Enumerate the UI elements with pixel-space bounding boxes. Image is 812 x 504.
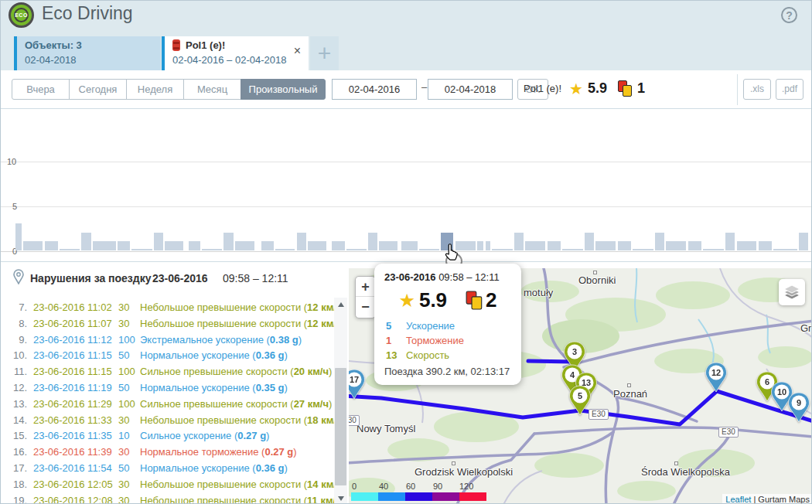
violation-row[interactable]: 17.23-06-2016 11:5450Нормальное ускорени… <box>1 462 333 478</box>
city-dot <box>593 271 597 274</box>
chart-bar[interactable] <box>441 233 453 250</box>
help-icon[interactable]: ? <box>781 7 797 23</box>
violation-row[interactable]: 7.23-06-2016 11:0230Небольшое превышение… <box>1 301 333 318</box>
trip-marker-12[interactable]: 12 <box>705 362 728 393</box>
tab-objects[interactable]: Объекты: 3 02-04-2018 <box>14 36 161 70</box>
period-custom-button[interactable]: Произвольный <box>241 79 326 100</box>
violation-row[interactable]: 19.23-06-2016 12:0830Небольшое превышени… <box>1 495 333 504</box>
speed-scale-segment <box>405 492 432 501</box>
trip-marker-17[interactable]: 17 <box>349 369 366 400</box>
zoom-out-button[interactable]: − <box>356 297 375 317</box>
violation-description: Сильное ускорение (0.27 g) <box>140 430 269 441</box>
violation-row[interactable]: 12.23-06-2016 11:1950Нормальное ускорени… <box>1 382 333 398</box>
trips-chart[interactable]: 0510 <box>1 110 811 262</box>
provider-link[interactable]: Gurtam Maps <box>758 495 810 504</box>
period-yesterday-button[interactable]: Вчера <box>12 79 70 100</box>
chart-bar[interactable] <box>562 249 583 250</box>
chart-bar[interactable] <box>15 223 22 250</box>
period-today-button[interactable]: Сегодня <box>69 79 127 100</box>
chart-bar[interactable] <box>633 249 653 250</box>
chart-bar[interactable] <box>275 249 295 250</box>
chart-bar[interactable] <box>202 249 222 250</box>
chart-bar[interactable] <box>703 249 724 250</box>
svg-text:17: 17 <box>350 375 359 384</box>
violation-description: Небольшое превышение скорости (11 км/ч) <box>140 495 345 504</box>
scroll-down-button[interactable] <box>334 492 347 504</box>
chart-bar[interactable] <box>618 241 631 250</box>
chart-bar[interactable] <box>223 233 234 250</box>
chart-bar[interactable] <box>799 233 808 250</box>
chart-bar[interactable] <box>759 241 772 250</box>
trip-marker-9[interactable]: 9 <box>787 392 810 423</box>
chart-bar[interactable] <box>401 241 418 250</box>
chart-bar[interactable] <box>368 233 377 250</box>
violation-row[interactable]: 15.23-06-2016 11:3510Сильное ускорение (… <box>1 430 333 446</box>
chart-bar[interactable] <box>477 241 483 250</box>
chart-bar[interactable] <box>81 233 91 250</box>
export-pdf-button[interactable]: .pdf <box>776 79 803 100</box>
tab-unit-pol1[interactable]: Pol1 (e)! 02-04-2016 – 02-04-2018 × <box>162 36 309 70</box>
period-month-button[interactable]: Месяц <box>183 79 241 100</box>
popup-time-range: 09:58 – 12:11 <box>438 271 500 283</box>
chart-bar[interactable] <box>725 233 735 250</box>
chart-bar[interactable] <box>131 249 152 250</box>
add-tab-button[interactable]: + <box>310 36 339 70</box>
chart-bar[interactable] <box>23 241 43 250</box>
leaflet-link[interactable]: Leaflet <box>725 495 751 504</box>
layers-control[interactable] <box>779 279 805 305</box>
chart-bar[interactable] <box>514 233 524 250</box>
scrollbar[interactable] <box>334 298 347 504</box>
chart-bar[interactable] <box>419 249 439 250</box>
violation-row[interactable]: 10.23-06-2016 11:1550Нормальное ускорени… <box>1 349 333 366</box>
chart-bar[interactable] <box>297 233 306 250</box>
violation-row[interactable]: 11.23-06-2016 11:15100Сильное превышение… <box>1 366 333 382</box>
chart-bar[interactable] <box>548 241 561 250</box>
chart-bar[interactable] <box>492 249 513 250</box>
violation-description: Небольшое превышение скорости (18 км/ч) <box>140 414 346 426</box>
chart-bar[interactable] <box>525 241 545 250</box>
violation-penalty: 100 <box>118 398 135 410</box>
violation-row[interactable]: 13.23-06-2016 11:29100Сильное превышение… <box>1 398 333 414</box>
chart-bar[interactable] <box>189 241 200 250</box>
chart-bar[interactable] <box>737 241 756 250</box>
chart-bar[interactable] <box>118 241 130 250</box>
chart-bar[interactable] <box>93 241 116 250</box>
chart-bar[interactable] <box>346 249 367 250</box>
rating-value: 5.9 <box>588 80 607 97</box>
chart-bar[interactable] <box>655 233 664 250</box>
car-icon <box>172 39 180 51</box>
export-xls-button[interactable]: .xls <box>743 79 771 100</box>
violation-row[interactable]: 14.23-06-2016 11:3330Небольшое превышени… <box>1 414 333 431</box>
chart-bar[interactable] <box>154 233 163 250</box>
zoom-in-button[interactable]: + <box>356 277 375 297</box>
violation-row[interactable]: 9.23-06-2016 11:12100Экстремальное ускор… <box>1 334 333 350</box>
chart-bar[interactable] <box>165 241 183 250</box>
date-from-input[interactable]: 02-04-2016 <box>332 79 417 100</box>
chart-bar[interactable] <box>666 241 686 250</box>
chart-bar[interactable] <box>45 241 58 250</box>
violation-row[interactable]: 16.23-06-2016 11:3930Нормальное торможен… <box>1 446 333 462</box>
chart-bar[interactable] <box>688 241 701 250</box>
violation-row[interactable]: 8.23-06-2016 11:0730Небольшое превышение… <box>1 318 333 334</box>
chart-bar[interactable] <box>60 249 80 250</box>
scrollbar-thumb[interactable] <box>335 368 346 485</box>
trip-popup: 23-06-2016 09:58 – 12:11 ★ 5.9 2 5Ускоре… <box>374 264 521 385</box>
trip-marker-5[interactable]: 5 <box>568 385 592 416</box>
chart-bar[interactable] <box>308 241 326 250</box>
scroll-up-button[interactable] <box>334 298 347 311</box>
chart-bar[interactable] <box>773 249 797 250</box>
chart-bar[interactable] <box>585 233 594 250</box>
chart-bar[interactable] <box>455 241 476 250</box>
period-week-button[interactable]: Неделя <box>126 79 184 100</box>
chart-bar[interactable] <box>261 241 274 250</box>
map-attribution: Leaflet | Gurtam Maps <box>722 494 812 504</box>
speed-scale-segment <box>432 492 459 501</box>
violation-row[interactable]: 18.23-06-2016 12:0530Небольшое превышени… <box>1 478 333 495</box>
chart-bar[interactable] <box>332 241 345 250</box>
chart-bar[interactable] <box>595 241 616 250</box>
date-to-input[interactable]: 02-04-2018 <box>428 79 513 100</box>
chart-bar[interactable] <box>235 241 254 250</box>
close-tab-icon[interactable]: × <box>294 46 301 56</box>
chart-bar[interactable] <box>486 241 490 250</box>
chart-bar[interactable] <box>379 241 397 250</box>
